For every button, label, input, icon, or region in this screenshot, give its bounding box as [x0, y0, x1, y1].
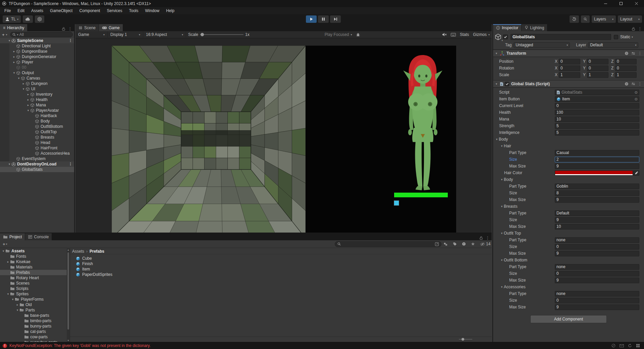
foldout-arrow[interactable]: ▾: [26, 109, 30, 112]
foldout-arrow[interactable]: ▸: [12, 55, 16, 58]
menu-services[interactable]: Services: [104, 7, 126, 14]
project-folder-Fonts[interactable]: Fonts: [0, 254, 67, 259]
asset-item-Item[interactable]: Item: [70, 266, 492, 272]
transform-component-header[interactable]: ▾ Transform ? ⋮: [493, 50, 644, 57]
field-size[interactable]: 0: [555, 271, 639, 277]
search-button[interactable]: [581, 15, 590, 23]
foldout-arrow[interactable]: ▾: [500, 144, 504, 148]
project-folder-Kisekae[interactable]: ▸Kisekae: [0, 259, 67, 264]
field-max-size[interactable]: 9: [555, 163, 639, 169]
scene-menu-icon[interactable]: ⋮: [68, 162, 72, 166]
create-dropdown-arrow[interactable]: ▾: [6, 243, 7, 246]
foldout-arrow[interactable]: ▸: [12, 50, 16, 53]
project-tree-scrollbar[interactable]: ▲ ▼: [67, 248, 70, 342]
static-dropdown-arrow[interactable]: ▾: [632, 36, 633, 39]
panel-menu-icon[interactable]: ⋮: [638, 27, 642, 31]
hierarchy-item-DontDestroyOnLoad[interactable]: ▾DontDestroyOnLoad⋮: [0, 161, 74, 167]
eyedropper-icon[interactable]: [633, 170, 639, 176]
hierarchy-item-Canvas[interactable]: ▾Canvas: [0, 76, 74, 81]
breadcrumb-prefabs[interactable]: Prefabs: [90, 249, 104, 254]
tab-lighting[interactable]: Lighting: [522, 24, 547, 31]
lock-icon[interactable]: [632, 27, 635, 31]
foldout-arrow[interactable]: ▸: [26, 93, 30, 96]
messages-icon[interactable]: [620, 344, 624, 347]
field-current-level[interactable]: 0: [555, 103, 639, 109]
globalstats-component-header[interactable]: ▾ # Global Stats (Script) ? ⋮: [493, 80, 644, 88]
menu-assets[interactable]: Assets: [29, 7, 47, 14]
foldout-arrow[interactable]: ▸: [15, 303, 19, 306]
field-size[interactable]: 2: [555, 157, 639, 162]
presets-icon[interactable]: [631, 51, 635, 55]
project-folder-Scripts[interactable]: Scripts: [0, 286, 67, 291]
rotation-z-field[interactable]: 0: [615, 65, 637, 71]
project-folder-bimbo-parts[interactable]: bimbo-parts: [0, 318, 67, 323]
foldout-arrow[interactable]: ▾: [495, 138, 499, 141]
packages-visibility-icon[interactable]: [462, 242, 466, 246]
layers-dropdown[interactable]: Layers▾: [592, 15, 616, 23]
hierarchy-search-input[interactable]: ▾ All: [10, 32, 73, 37]
hidden-items-toggle[interactable]: 14: [480, 242, 490, 246]
foldout-arrow[interactable]: ▾: [500, 258, 504, 262]
field-size[interactable]: 0: [555, 244, 639, 250]
component-menu-icon[interactable]: ⋮: [638, 82, 642, 86]
object-picker-icon[interactable]: ⊙: [635, 90, 638, 95]
field-strength[interactable]: 5: [555, 123, 639, 129]
favorites-icon[interactable]: [471, 242, 475, 246]
project-folder-base-parts[interactable]: base-parts: [0, 313, 67, 318]
tab-project[interactable]: Project: [0, 233, 25, 240]
panel-menu-icon[interactable]: ⋮: [486, 236, 490, 240]
tab-hierarchy[interactable]: ≡ Hierarchy: [0, 24, 28, 31]
project-folder-cow-parts[interactable]: cow-parts: [0, 334, 67, 340]
project-folder-Prefabs[interactable]: Prefabs: [0, 270, 67, 275]
object-picker-icon[interactable]: ⊙: [635, 97, 638, 102]
hierarchy-item-Breasts[interactable]: Breasts: [0, 135, 74, 140]
presets-icon[interactable]: [631, 82, 635, 86]
lock-icon[interactable]: [479, 236, 483, 240]
field-health[interactable]: 100: [555, 110, 639, 115]
foldout-arrow[interactable]: ▸: [21, 82, 25, 85]
hierarchy-item-Output[interactable]: ▾Output: [0, 70, 74, 76]
add-gameobject-button[interactable]: +: [1, 32, 5, 37]
field-size[interactable]: 0: [555, 298, 639, 303]
menu-tools[interactable]: Tools: [126, 7, 142, 14]
project-folder-Rotary Heart[interactable]: Rotary Heart: [0, 275, 67, 281]
project-folder-Sprites[interactable]: ▾Sprites: [0, 291, 67, 297]
refresh-icon[interactable]: [628, 344, 632, 348]
layer-dropdown[interactable]: Default▾: [588, 42, 638, 48]
foldout-arrow[interactable]: ▾: [21, 87, 25, 91]
field-part-type[interactable]: Goblin: [555, 184, 639, 189]
hierarchy-item-Inventory[interactable]: ▸Inventory: [0, 92, 74, 97]
project-folder-Assets[interactable]: ▾Assets: [0, 248, 67, 254]
foldout-arrow[interactable]: ▾: [12, 71, 16, 74]
gameobject-name-field[interactable]: GlobalStats: [511, 34, 611, 40]
pause-button[interactable]: [318, 15, 329, 23]
project-folder-Parts[interactable]: ▾Parts: [0, 307, 67, 313]
field-size[interactable]: 8: [555, 190, 639, 196]
field-max-size[interactable]: 9: [555, 304, 639, 310]
tag-dropdown[interactable]: Untagged▾: [514, 42, 570, 48]
play-button[interactable]: [306, 15, 317, 23]
field-size[interactable]: 9: [555, 217, 639, 223]
scale-y-field[interactable]: 1: [587, 72, 608, 78]
project-folder-Scenes[interactable]: Scenes: [0, 281, 67, 286]
debug-button[interactable]: [354, 33, 362, 37]
project-folder-bunny-parts[interactable]: bunny-parts: [0, 323, 67, 329]
scale-z-field[interactable]: 1: [615, 72, 637, 78]
minimize-button[interactable]: [598, 0, 613, 7]
filter-by-type-icon[interactable]: [443, 242, 448, 246]
menu-window[interactable]: Window: [142, 7, 163, 14]
add-component-button[interactable]: Add Component: [530, 315, 607, 323]
cache-icon[interactable]: [636, 344, 640, 348]
foldout-arrow[interactable]: ▾: [500, 178, 504, 181]
field-max-size[interactable]: 9: [555, 278, 639, 283]
open-search-window-icon[interactable]: [435, 242, 439, 246]
account-button[interactable]: TL ▾: [3, 15, 21, 23]
hierarchy-item-Directional Light[interactable]: Directional Light: [0, 43, 74, 49]
hierarchy-item-00[interactable]: 00: [0, 65, 74, 70]
menu-gameobject[interactable]: GameObject: [47, 7, 76, 14]
play-focused-dropdown[interactable]: Play Focused▾: [323, 32, 354, 37]
menu-help[interactable]: Help: [163, 7, 178, 14]
scale-slider[interactable]: [200, 34, 244, 35]
project-folder-cat-parts[interactable]: cat-parts: [0, 329, 67, 334]
undo-history-button[interactable]: [570, 15, 579, 23]
